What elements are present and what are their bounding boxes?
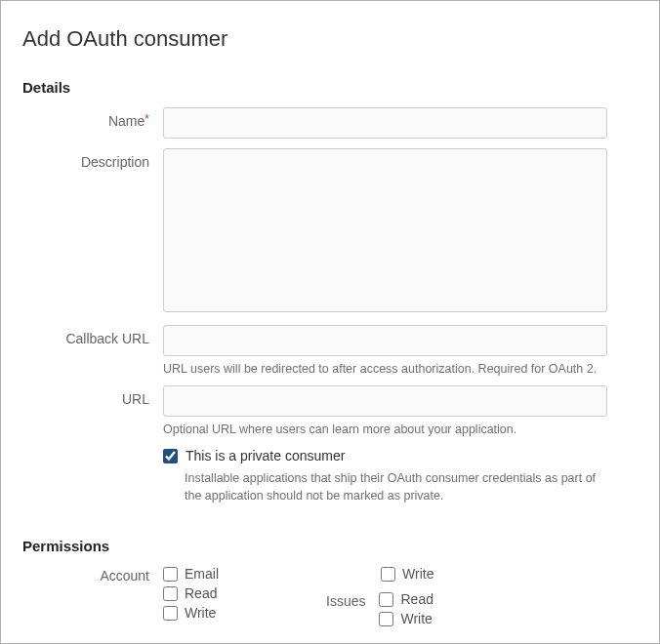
account-write-checkbox[interactable] [163,606,178,621]
callback-input[interactable] [163,325,607,356]
row-description: Description [22,148,632,315]
required-asterisk: * [144,112,149,126]
account-read-label: Read [185,585,217,601]
issues-write-checkbox[interactable] [379,612,393,626]
issues-read-label: Read [400,591,433,607]
private-checkbox[interactable] [163,449,178,463]
details-heading: Details [22,79,632,96]
row-callback: Callback URL URL users will be redirecte… [22,325,632,385]
name-input[interactable] [163,107,607,139]
oauth-consumer-form: Add OAuth consumer Details Name* Descrip… [0,0,660,644]
private-help: Installable applications that ship their… [185,469,604,504]
callback-help: URL users will be redirected to after ac… [163,362,607,376]
account-read-checkbox[interactable] [163,586,178,601]
url-input[interactable] [163,385,607,417]
issues-options: Read Write [379,591,433,626]
row-name: Name* [22,107,632,139]
account-options: Email Read Write [163,566,219,626]
issues-write-label: Write [400,611,432,626]
description-textarea[interactable] [163,148,607,312]
private-label: This is a private consumer [186,448,345,463]
permissions-section: Permissions Account Email Read Write Wri… [22,538,632,626]
label-name: Name* [22,107,163,129]
page-title: Add OAuth consumer [22,26,632,52]
row-private: This is a private consumer Installable a… [22,446,632,504]
right-write-checkbox[interactable] [381,567,395,582]
label-description: Description [22,148,163,170]
right-perm-col: Write Issues Read Write [326,566,433,626]
issues-read-checkbox[interactable] [379,592,393,607]
url-help: Optional URL where users can learn more … [163,423,607,436]
label-issues: Issues [326,591,365,609]
label-account: Account [22,566,163,626]
account-email-label: Email [185,566,219,582]
account-email-checkbox[interactable] [163,567,178,582]
permissions-heading: Permissions [22,538,632,554]
label-url: URL [22,385,163,407]
right-write-label: Write [402,566,433,582]
account-write-label: Write [185,605,216,621]
label-callback: Callback URL [22,325,163,346]
row-url: URL Optional URL where users can learn m… [22,385,632,446]
